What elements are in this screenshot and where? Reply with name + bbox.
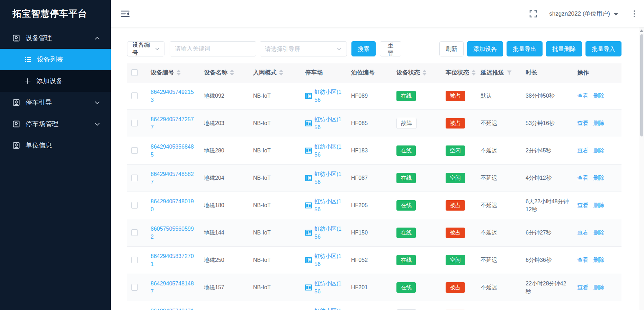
row-checkbox[interactable]: [131, 202, 138, 209]
sort-caret-icon[interactable]: [472, 70, 476, 76]
row-checkbox[interactable]: [131, 257, 138, 263]
user-name: shzgzn2022 (单位用户): [549, 10, 610, 18]
sidebar-item-label: 添加设备: [36, 77, 63, 86]
view-link[interactable]: 查看: [577, 175, 588, 181]
module-gear-icon: [12, 120, 20, 128]
device-name: 地磁092: [200, 82, 249, 109]
module-gear-icon: [12, 99, 20, 106]
view-link[interactable]: 查看: [577, 120, 588, 126]
delete-link[interactable]: 删除: [593, 120, 604, 126]
delete-link[interactable]: 删除: [593, 148, 604, 153]
device-id-link[interactable]: 864294057481487: [151, 281, 194, 294]
table-row: 864294057492153 地磁092 NB-IoT 虹纺小区(156 HF…: [127, 82, 621, 109]
column-header: 设备编号: [151, 69, 174, 77]
device-id-link[interactable]: 864294057485827: [151, 171, 194, 185]
parking-lot-link[interactable]: 虹纺小区(156: [314, 115, 343, 131]
parking-lot-link[interactable]: 虹纺小区(156: [314, 197, 343, 213]
device-id-link[interactable]: 864294057480190: [151, 198, 194, 212]
device-status-badge: 在线: [396, 173, 416, 183]
device-id-link[interactable]: 864294058372701: [151, 253, 194, 267]
network-mode: NB-IoT: [249, 219, 301, 246]
view-link[interactable]: 查看: [577, 284, 588, 290]
kebab-menu-icon[interactable]: [632, 9, 636, 19]
device-id-link[interactable]: 864294057472577: [151, 116, 194, 130]
view-link[interactable]: 查看: [577, 257, 588, 263]
sort-caret-icon[interactable]: [177, 70, 181, 76]
select-all-checkbox[interactable]: [131, 69, 138, 76]
user-menu[interactable]: shzgzn2022 (单位用户): [549, 10, 618, 18]
sidebar-item-device-list[interactable]: 设备列表: [0, 49, 111, 70]
funnel-icon[interactable]: [507, 70, 512, 75]
content: 设备编号 请选择引导屏 搜索 重置 刷新 添加设备 批量导出 批量删除 批量导入: [111, 27, 621, 310]
list-icon: [24, 56, 32, 63]
duration: 52分钟20秒: [521, 301, 573, 310]
search-button[interactable]: 搜索: [351, 41, 376, 56]
sidebar-item-unit-info[interactable]: 单位信息: [0, 135, 111, 156]
row-checkbox[interactable]: [131, 175, 138, 181]
sidebar-item-label: 设备管理: [26, 34, 94, 43]
delete-link[interactable]: 删除: [593, 257, 604, 263]
parking-lot-link[interactable]: 虹纺小区(156: [314, 225, 343, 241]
sidebar-item-add-device[interactable]: 添加设备: [0, 70, 111, 92]
row-checkbox[interactable]: [131, 120, 138, 126]
parking-lot-link[interactable]: 虹纺小区(156: [314, 252, 343, 268]
column-header: 车位状态: [446, 69, 469, 77]
device-id-link[interactable]: 864294057492153: [151, 89, 194, 103]
sidebar-item-parking-guidance[interactable]: 停车引导: [0, 92, 111, 113]
device-id-link[interactable]: 860575055605992: [151, 226, 194, 240]
view-link[interactable]: 查看: [577, 230, 588, 236]
network-mode: NB-IoT: [249, 192, 301, 219]
parking-screen-icon: [305, 229, 312, 236]
reset-button[interactable]: 重置: [380, 41, 401, 56]
batch-import-button[interactable]: 批量导入: [585, 41, 621, 56]
table-row: 864294057472577 地磁203 NB-IoT 虹纺小区(156 HF…: [127, 109, 621, 137]
batch-export-button[interactable]: 批量导出: [507, 41, 543, 56]
duration: 38分钟50秒: [521, 82, 573, 109]
keyword-input[interactable]: [170, 41, 256, 56]
sort-caret-icon[interactable]: [230, 70, 234, 76]
view-link[interactable]: 查看: [577, 202, 588, 208]
row-checkbox[interactable]: [131, 92, 138, 99]
device-status-badge: 在线: [396, 91, 416, 101]
parking-lot-link[interactable]: 虹纺小区(156: [314, 88, 343, 104]
parking-lot-link[interactable]: 虹纺小区(156: [314, 307, 343, 310]
row-checkbox[interactable]: [131, 229, 138, 236]
guide-screen-select[interactable]: 请选择引导屏: [260, 41, 347, 56]
search-field-select[interactable]: 设备编号: [127, 41, 164, 56]
slot-status-badge: 被占: [446, 282, 465, 293]
parking-lot-link[interactable]: 虹纺小区(156: [314, 280, 343, 295]
delete-link[interactable]: 删除: [593, 175, 604, 181]
device-name: 地磁250: [200, 246, 249, 274]
sort-caret-icon[interactable]: [279, 70, 283, 76]
slot-status-badge: 空闲: [446, 173, 465, 183]
row-checkbox[interactable]: [131, 284, 138, 291]
sidebar-item-parking-lot-management[interactable]: 停车场管理: [0, 113, 111, 135]
parking-lot-link[interactable]: 虹纺小区(156: [314, 143, 343, 159]
menu-fold-icon[interactable]: [120, 10, 130, 18]
delete-link[interactable]: 删除: [593, 230, 604, 236]
vertical-scrollbar-thumb[interactable]: [640, 34, 643, 136]
refresh-button[interactable]: 刷新: [439, 41, 464, 56]
view-link[interactable]: 查看: [577, 93, 588, 99]
delete-link[interactable]: 删除: [593, 284, 604, 290]
sort-caret-icon[interactable]: [422, 70, 427, 76]
vertical-scrollbar[interactable]: [639, 27, 644, 310]
row-checkbox[interactable]: [131, 147, 138, 154]
sidebar: 拓宝智慧停车平台 设备管理 设备列表 添加设备: [0, 0, 111, 310]
main-area: shzgzn2022 (单位用户) 设备编号 请选择引导屏 搜索 重置 刷新 添…: [111, 0, 644, 310]
sidebar-item-device-management[interactable]: 设备管理: [0, 27, 111, 49]
device-name: 地磁204: [200, 164, 249, 192]
parking-lot-link[interactable]: 虹纺小区(156: [314, 170, 343, 186]
delete-link[interactable]: 删除: [593, 93, 604, 99]
delete-link[interactable]: 删除: [593, 202, 604, 208]
device-id-link[interactable]: 864294057484713: [151, 308, 194, 310]
device-status-badge: 故障: [396, 118, 417, 129]
scroll-up-arrow-icon[interactable]: [639, 29, 644, 32]
fullscreen-icon[interactable]: [529, 10, 537, 18]
module-gear-icon: [12, 34, 20, 42]
table-row: 860575055605992 地磁144 NB-IoT 虹纺小区(156 HF…: [127, 219, 621, 246]
view-link[interactable]: 查看: [577, 148, 588, 153]
add-device-button[interactable]: 添加设备: [467, 41, 503, 56]
batch-delete-button[interactable]: 批量删除: [546, 41, 582, 56]
device-id-link[interactable]: 864294053568485: [151, 144, 194, 158]
